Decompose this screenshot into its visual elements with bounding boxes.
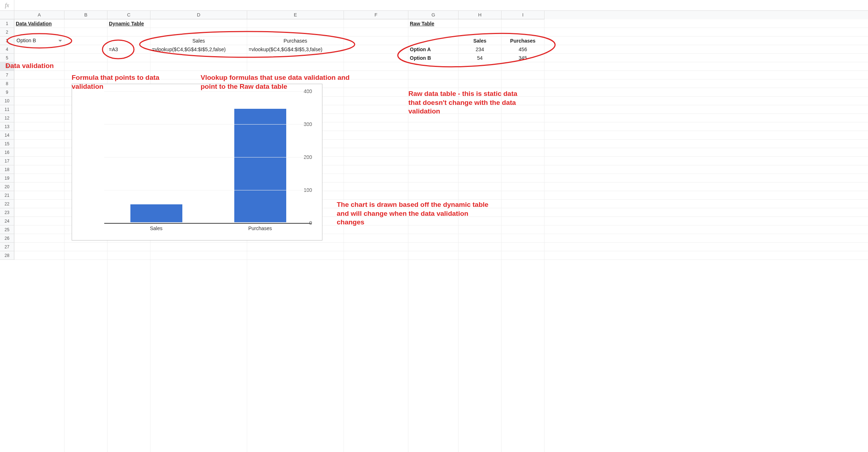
chart-bar: [130, 204, 182, 222]
fx-icon: fx: [0, 0, 14, 10]
dropdown-value: Option B: [16, 38, 36, 43]
column-header-G[interactable]: G: [408, 11, 459, 19]
column-header-D[interactable]: D: [150, 11, 247, 19]
formula-input[interactable]: [14, 0, 868, 10]
column-header-B[interactable]: B: [64, 11, 107, 19]
row-header-25[interactable]: 25: [0, 225, 14, 234]
anno-formula-points: Formula that points to data validation: [72, 73, 165, 91]
anno-vlookup: Vlookup formulas that use data validatio…: [201, 73, 365, 91]
spreadsheet-app: fx ABCDEFGHI 123456789101112131415161718…: [0, 0, 868, 452]
row-header-14[interactable]: 14: [0, 131, 14, 140]
header-raw-table: Raw Table: [408, 19, 459, 28]
data-validation-dropdown[interactable]: Option B: [14, 37, 64, 45]
column-headers: ABCDEFGHI: [0, 11, 868, 19]
dynamic-col-sales: Sales: [150, 37, 247, 45]
column-header-A[interactable]: A: [14, 11, 64, 19]
formula-bar: fx: [0, 0, 868, 11]
chart-plot: SalesPurchases 0100200300400: [79, 88, 315, 233]
chart-x-label: Purchases: [208, 225, 312, 231]
row-header-27[interactable]: 27: [0, 243, 14, 251]
row-headers: 1234567891011121314151617181920212223242…: [0, 19, 14, 260]
row-header-21[interactable]: 21: [0, 191, 14, 200]
raw-row-option: Option A: [408, 45, 459, 54]
row-header-8[interactable]: 8: [0, 79, 14, 88]
anno-data-validation: Data validation: [5, 62, 54, 71]
row-header-23[interactable]: 23: [0, 208, 14, 217]
dynamic-ref-cell[interactable]: =A3: [107, 45, 150, 54]
row-header-12[interactable]: 12: [0, 114, 14, 122]
row-header-13[interactable]: 13: [0, 122, 14, 131]
row-header-17[interactable]: 17: [0, 157, 14, 165]
anno-chart: The chart is drawn based off the dynamic…: [337, 200, 494, 227]
header-dynamic-table: Dynamic Table: [107, 19, 150, 28]
embedded-chart[interactable]: SalesPurchases 0100200300400: [72, 84, 322, 240]
row-header-18[interactable]: 18: [0, 165, 14, 174]
raw-col-sales: Sales: [459, 37, 502, 45]
dynamic-purchases-formula[interactable]: =vlookup($C4,$G$4:$I$5,3,false): [247, 45, 344, 54]
raw-row-purchases: 456: [502, 45, 545, 54]
row-header-5[interactable]: 5: [0, 54, 14, 62]
anno-raw: Raw data table - this is static data tha…: [408, 89, 530, 116]
chart-x-label: Sales: [104, 225, 208, 231]
row-header-15[interactable]: 15: [0, 140, 14, 148]
row-header-16[interactable]: 16: [0, 148, 14, 157]
column-header-E[interactable]: E: [247, 11, 344, 19]
row-header-2[interactable]: 2: [0, 28, 14, 37]
row-header-11[interactable]: 11: [0, 105, 14, 114]
raw-row-option: Option B: [408, 54, 459, 62]
raw-row-sales: 54: [459, 54, 502, 62]
row-header-1[interactable]: 1: [0, 19, 14, 28]
row-header-20[interactable]: 20: [0, 183, 14, 191]
raw-row-purchases: 345: [502, 54, 545, 62]
dynamic-sales-formula[interactable]: =vlookup($C4,$G$4:$I$5,2,false): [150, 45, 247, 54]
row-header-7[interactable]: 7: [0, 71, 14, 79]
column-header-C[interactable]: C: [107, 11, 150, 19]
chart-plot-area: SalesPurchases: [104, 91, 311, 222]
raw-col-purchases: Purchases: [502, 37, 545, 45]
header-data-validation: Data Validation: [14, 19, 64, 28]
row-header-10[interactable]: 10: [0, 97, 14, 105]
column-header-F[interactable]: F: [344, 11, 408, 19]
select-all-corner[interactable]: [0, 11, 14, 19]
row-header-24[interactable]: 24: [0, 217, 14, 225]
chevron-down-icon: [58, 40, 62, 42]
row-header-4[interactable]: 4: [0, 45, 14, 54]
row-header-19[interactable]: 19: [0, 174, 14, 183]
row-header-22[interactable]: 22: [0, 200, 14, 208]
row-header-28[interactable]: 28: [0, 251, 14, 260]
dynamic-col-purchases: Purchases: [247, 37, 344, 45]
row-header-3[interactable]: 3: [0, 37, 14, 45]
column-header-H[interactable]: H: [459, 11, 502, 19]
column-header-I[interactable]: I: [502, 11, 545, 19]
row-header-26[interactable]: 26: [0, 234, 14, 243]
row-header-9[interactable]: 9: [0, 88, 14, 97]
raw-row-sales: 234: [459, 45, 502, 54]
grid: ABCDEFGHI 123456789101112131415161718192…: [0, 11, 868, 452]
chart-bar: [234, 109, 286, 222]
